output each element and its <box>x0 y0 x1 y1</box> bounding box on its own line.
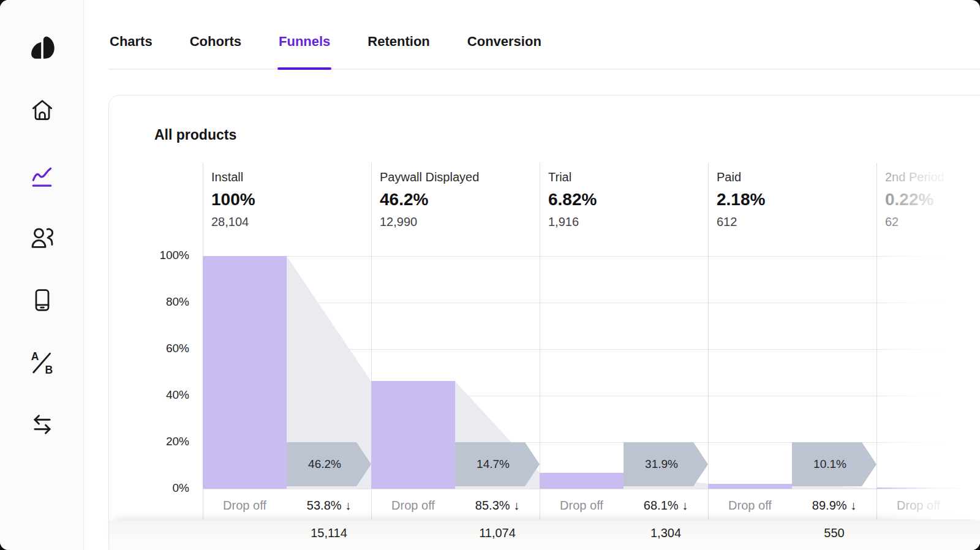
dropoff-count: 11,074 <box>445 526 549 540</box>
y-axis-label: 60% <box>140 342 189 355</box>
svg-text:B: B <box>45 364 53 376</box>
sidebar-item-customers[interactable] <box>29 224 56 251</box>
active-tab-underline <box>277 67 331 70</box>
dropoff-arrow[interactable]: 31.9% <box>624 442 708 486</box>
dropoff-label: Drop off <box>708 499 792 513</box>
stage-percent: 0.22% <box>885 187 944 212</box>
funnel-bar[interactable] <box>371 381 455 489</box>
funnel-chart: 100%80%60%40%20%0%Install100%28,10446.2%… <box>203 163 980 519</box>
stage-header: Trial6.82%1,916 <box>548 169 597 230</box>
dropoff-label: Drop off <box>540 499 624 513</box>
tab-label: Cohorts <box>190 34 241 50</box>
app-window: A B ChartsCohortsFunnelsRetentionConvers… <box>0 0 980 550</box>
sidebar-item-charts[interactable] <box>29 164 56 190</box>
dropoff-percent: 53.8% ↓ <box>287 499 371 513</box>
stage-header: Paywall Displayed46.2%12,990 <box>380 169 479 230</box>
stage-percent: 100% <box>211 187 255 212</box>
stage-name: Install <box>211 169 255 185</box>
dropoff-counts-footer: 15,11411,0741,304550 <box>109 521 980 550</box>
dropoff-count: 550 <box>782 526 886 540</box>
stage-name: Trial <box>548 169 597 185</box>
dropoff-label: Drop off <box>371 499 455 513</box>
gridline <box>203 303 980 303</box>
stage-count: 62 <box>885 214 944 230</box>
tab-funnels[interactable]: Funnels <box>277 15 331 69</box>
y-axis-label: 40% <box>140 388 189 402</box>
dropoff-count: 1,304 <box>614 526 718 540</box>
sidebar-item-integrations[interactable] <box>29 411 56 438</box>
sidebar: A B <box>0 0 84 550</box>
stage-count: 612 <box>717 214 765 230</box>
funnel-bar[interactable] <box>708 484 792 489</box>
stage-count: 28,104 <box>211 214 255 230</box>
y-axis-label: 20% <box>140 435 189 448</box>
tab-retention[interactable]: Retention <box>366 15 431 69</box>
stage-percent: 2.18% <box>717 187 765 212</box>
tab-conversion[interactable]: Conversion <box>466 15 543 69</box>
tab-label: Charts <box>110 34 153 50</box>
logo-icon <box>29 33 56 61</box>
transfer-arrows-icon <box>29 411 56 438</box>
stage-header: Paid2.18%612 <box>717 169 765 230</box>
column-divider <box>708 163 709 519</box>
step-conversion-label: 31.9% <box>645 458 687 471</box>
funnel-bar[interactable] <box>876 488 960 489</box>
home-icon <box>29 97 55 123</box>
y-axis-label: 0% <box>140 481 189 495</box>
dropoff-label: Drop off <box>203 499 287 513</box>
y-axis-label: 100% <box>140 249 189 262</box>
funnel-bar[interactable] <box>203 256 287 489</box>
svg-text:A: A <box>31 350 39 363</box>
tabs: ChartsCohortsFunnelsRetentionConversion <box>108 0 980 70</box>
stage-name: Paid <box>717 169 765 185</box>
tab-cohorts[interactable]: Cohorts <box>189 15 243 69</box>
y-axis-label: 80% <box>140 295 189 309</box>
dropoff-count: 15,114 <box>277 526 381 540</box>
dropoff-percent: 85.3% ↓ <box>455 499 540 513</box>
column-divider <box>876 163 877 519</box>
tab-charts[interactable]: Charts <box>108 15 154 69</box>
stage-count: 12,990 <box>380 214 479 230</box>
sidebar-item-apps[interactable] <box>29 287 56 314</box>
users-icon <box>29 224 56 251</box>
card-title: All products <box>154 127 236 143</box>
mobile-device-icon <box>29 287 55 313</box>
gridline <box>203 489 980 489</box>
sidebar-item-home[interactable] <box>29 97 56 124</box>
dropoff-arrow[interactable]: 10.1% <box>792 442 876 486</box>
tab-label: Conversion <box>467 34 541 50</box>
funnel-bar[interactable] <box>540 473 624 489</box>
gridline <box>203 256 980 257</box>
dropoff-percent: 89.9% ↓ <box>792 499 876 513</box>
dropoff-percent: 68.1% ↓ <box>624 499 708 513</box>
stage-count: 1,916 <box>548 214 597 230</box>
stage-name: Paywall Displayed <box>380 169 479 185</box>
step-conversion-label: 46.2% <box>308 458 350 471</box>
stage-percent: 6.82% <box>548 187 597 212</box>
step-conversion-label: 14.7% <box>477 458 518 471</box>
stage-header: 2nd Period0.22%62 <box>885 169 944 230</box>
dropoff-label: Drop off <box>876 499 960 513</box>
stage-header: Install100%28,104 <box>211 169 255 230</box>
stage-name: 2nd Period <box>885 169 944 185</box>
ab-test-icon: A B <box>29 349 56 376</box>
app-logo[interactable] <box>29 34 56 61</box>
chart-line-icon <box>29 164 55 190</box>
tab-label: Funnels <box>279 34 330 50</box>
sidebar-item-experiments[interactable]: A B <box>29 349 56 376</box>
stage-percent: 46.2% <box>380 187 479 212</box>
dropoff-arrow[interactable]: 46.2% <box>287 442 371 486</box>
tab-label: Retention <box>368 34 429 50</box>
dropoff-arrow[interactable]: 14.7% <box>455 442 540 486</box>
step-conversion-label: 10.1% <box>813 458 855 471</box>
column-divider <box>540 163 540 519</box>
